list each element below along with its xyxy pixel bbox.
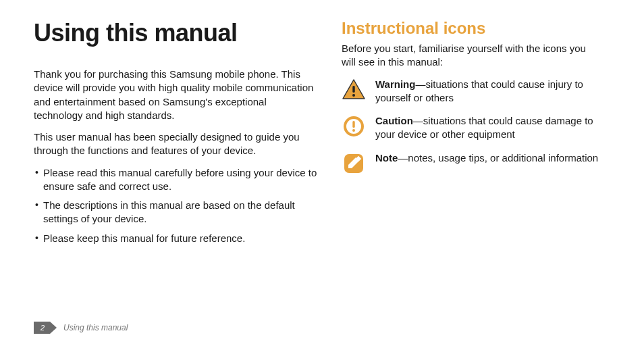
section-heading: Instructional icons (342, 19, 601, 38)
warning-icon (342, 78, 366, 99)
icon-definition-note: Note—notes, usage tips, or additional in… (342, 151, 601, 174)
note-icon (342, 151, 366, 174)
list-item: The descriptions in this manual are base… (34, 199, 317, 226)
warning-text: Warning—situations that could cause inju… (375, 78, 601, 105)
page-title: Using this manual (34, 19, 317, 47)
right-column: Instructional icons Before you start, fa… (342, 19, 601, 251)
list-item: Please keep this manual for future refer… (34, 232, 317, 245)
note-text: Note—notes, usage tips, or additional in… (375, 151, 601, 165)
caution-label: Caution (375, 115, 413, 126)
footer-label: Using this manual (63, 323, 128, 332)
svg-point-4 (352, 129, 355, 132)
bullet-list: Please read this manual carefully before… (34, 166, 317, 245)
icon-definition-warning: Warning—situations that could cause inju… (342, 78, 601, 105)
intro-paragraph-2: This user manual has been specially desi… (34, 130, 317, 158)
section-intro: Before you start, familiarise yourself w… (342, 42, 601, 70)
svg-rect-3 (352, 121, 354, 128)
svg-point-1 (352, 94, 355, 97)
left-column: Using this manual Thank you for purchasi… (34, 19, 317, 251)
warning-label: Warning (375, 78, 415, 90)
page-content: Using this manual Thank you for purchasi… (0, 0, 644, 251)
list-item: Please read this manual carefully before… (34, 166, 317, 194)
page-number: 2 (34, 322, 51, 334)
intro-paragraph-1: Thank you for purchasing this Samsung mo… (34, 68, 317, 122)
caution-text: Caution—situations that could cause dama… (375, 114, 601, 142)
note-desc: —notes, usage tips, or additional inform… (398, 152, 598, 164)
svg-rect-0 (352, 86, 354, 93)
icon-definition-caution: Caution—situations that could cause dama… (342, 114, 601, 142)
note-label: Note (375, 152, 398, 164)
page-number-chip: 2 (34, 322, 57, 334)
page-footer: 2 Using this manual (34, 322, 128, 334)
caution-icon (342, 114, 366, 137)
